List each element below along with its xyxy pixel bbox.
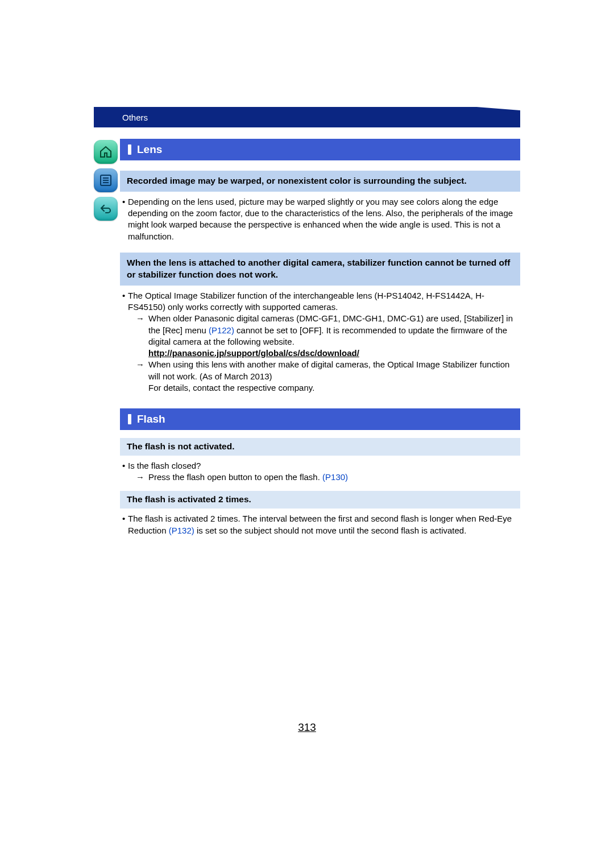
bullet-icon: • [122,460,128,472]
heading-bar [128,414,131,424]
faq-question: The flash is not activated. [120,438,520,456]
faq-question: Recorded image may be warped, or nonexis… [120,171,520,192]
section-lens-heading: Lens [120,139,520,160]
page-link-p132[interactable]: (P132) [169,526,194,535]
faq-answer: • Is the flash closed? → Press the flash… [120,460,520,483]
arrow-icon: → [136,359,148,394]
chapter-label: Others [122,113,148,122]
page-link-p130[interactable]: (P130) [322,472,348,482]
heading-bar [128,144,131,155]
chapter-header: Others [94,107,520,127]
bullet-icon: • [122,290,128,313]
bullet-icon: • [122,196,128,242]
arrow-icon: → [136,472,148,483]
faq-answer: • The flash is activated 2 times. The in… [120,513,520,536]
faq-question: When the lens is attached to another dig… [120,253,520,286]
section-flash-heading: Flash [120,408,520,430]
section-title: Flash [137,413,165,425]
arrow-icon: → [136,313,148,359]
page-link-p122[interactable]: (P122) [209,325,234,335]
external-url[interactable]: http://panasonic.jp/support/global/cs/ds… [148,348,359,358]
faq-answer: • The Optical Image Stabilizer function … [120,290,520,394]
page-number: 313 [94,721,520,734]
section-title: Lens [137,143,162,156]
bullet-icon: • [122,513,128,536]
faq-question: The flash is activated 2 times. [120,491,520,509]
faq-answer: • Depending on the lens used, picture ma… [120,196,520,242]
decoration [418,102,520,110]
